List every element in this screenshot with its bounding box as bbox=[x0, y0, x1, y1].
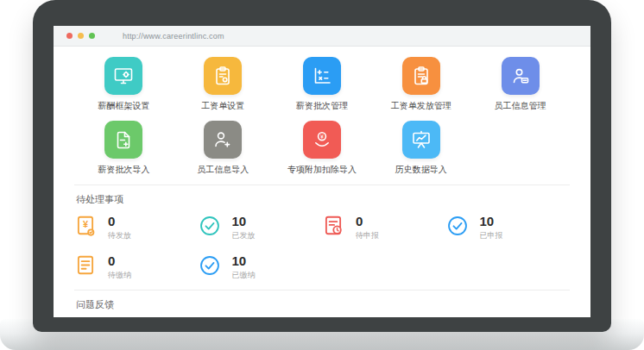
app-grid: 薪酬框架设置 工资单设置 bbox=[74, 52, 570, 176]
app-payslip-distribution-management[interactable]: 工资单发放管理 bbox=[371, 52, 470, 112]
app-label: 员工信息导入 bbox=[197, 164, 249, 176]
maximize-window-icon[interactable] bbox=[89, 33, 95, 39]
check-circle-icon bbox=[199, 254, 221, 277]
app-employee-info-management[interactable]: 员工信息管理 bbox=[470, 52, 570, 112]
monitor-gear-icon bbox=[104, 57, 142, 95]
stat-paid[interactable]: 10 已缴纳 bbox=[199, 254, 323, 281]
stat-count: 10 bbox=[232, 254, 256, 268]
stat-declared[interactable]: 10 已申报 bbox=[446, 215, 571, 241]
stat-count: 0 bbox=[356, 215, 379, 228]
board-chart-icon bbox=[402, 121, 440, 159]
person-card-icon bbox=[502, 57, 540, 95]
app-label: 薪酬框架设置 bbox=[98, 100, 149, 112]
dashboard-content: 薪酬框架设置 工资单设置 bbox=[54, 47, 590, 317]
close-window-icon[interactable] bbox=[66, 33, 73, 39]
stat-label: 已申报 bbox=[480, 230, 503, 241]
stat-count: 10 bbox=[232, 215, 256, 228]
svg-text:¥: ¥ bbox=[320, 134, 324, 140]
stat-count: 10 bbox=[480, 215, 503, 228]
stat-pending-payment[interactable]: 0 待缴纳 bbox=[74, 254, 199, 281]
app-label: 工资单设置 bbox=[201, 100, 244, 112]
pending-stat-grid: ¥ 0 待发放 bbox=[74, 215, 570, 281]
feedback-section-title: 问题反馈 bbox=[76, 298, 570, 311]
minimize-window-icon[interactable] bbox=[78, 33, 84, 39]
app-payslip-settings[interactable]: 工资单设置 bbox=[174, 52, 273, 112]
stat-label: 待发放 bbox=[108, 230, 131, 241]
pending-section-title: 待处理事项 bbox=[76, 193, 570, 206]
app-salary-framework-settings[interactable]: 薪酬框架设置 bbox=[74, 52, 174, 112]
check-circle-icon bbox=[199, 215, 221, 237]
browser-bar: http://www.careerintlinc.com bbox=[54, 26, 590, 47]
app-salary-batch-management[interactable]: 薪资批次管理 bbox=[273, 52, 372, 112]
app-label: 历史数据导入 bbox=[395, 164, 447, 176]
stat-label: 已发放 bbox=[232, 230, 256, 241]
clipboard-gear-icon bbox=[204, 57, 242, 95]
app-history-data-import[interactable]: 历史数据导入 bbox=[371, 116, 470, 176]
stat-label: 已缴纳 bbox=[232, 270, 256, 281]
app-special-deduction-import[interactable]: ¥ 专项附加扣除导入 bbox=[273, 116, 372, 176]
app-label: 工资单发放管理 bbox=[391, 100, 451, 112]
feedback-section: 问题反馈 5 薪资发放待补充信息 bbox=[74, 290, 570, 318]
doc-lines-icon bbox=[74, 254, 97, 277]
stat-pending-declare[interactable]: 0 待申报 bbox=[322, 215, 446, 241]
laptop-mockup: http://www.careerintlinc.com 薪酬框架设置 bbox=[0, 0, 644, 350]
chart-calc-icon bbox=[303, 57, 341, 95]
stat-count: 0 bbox=[108, 215, 131, 228]
svg-text:¥: ¥ bbox=[83, 219, 88, 229]
app-label: 薪资批次导入 bbox=[98, 164, 149, 176]
stat-count: 0 bbox=[108, 254, 131, 268]
stat-label: 待申报 bbox=[356, 230, 379, 241]
app-label: 员工信息管理 bbox=[495, 100, 546, 112]
app-employee-info-import[interactable]: 员工信息导入 bbox=[174, 116, 273, 176]
stat-pending-issue[interactable]: ¥ 0 待发放 bbox=[74, 215, 199, 241]
laptop-screen: http://www.careerintlinc.com 薪酬框架设置 bbox=[54, 26, 590, 317]
check-circle-icon bbox=[446, 215, 469, 237]
person-plus-icon bbox=[204, 121, 242, 159]
pending-section: 待处理事项 ¥ 0 待发放 bbox=[74, 184, 570, 281]
hand-coin-icon: ¥ bbox=[303, 121, 341, 159]
doc-clock-icon bbox=[322, 215, 344, 237]
stat-label: 待缴纳 bbox=[108, 270, 131, 281]
stat-issued[interactable]: 10 已发放 bbox=[199, 215, 323, 241]
app-salary-batch-import[interactable]: 薪资批次导入 bbox=[74, 116, 174, 176]
app-label: 薪资批次管理 bbox=[296, 100, 348, 112]
clipboard-lock-icon bbox=[402, 57, 440, 95]
address-bar[interactable]: http://www.careerintlinc.com bbox=[123, 32, 224, 41]
doc-yen-icon: ¥ bbox=[74, 215, 97, 237]
doc-plus-icon bbox=[104, 121, 142, 159]
app-label: 专项附加扣除导入 bbox=[287, 164, 357, 176]
